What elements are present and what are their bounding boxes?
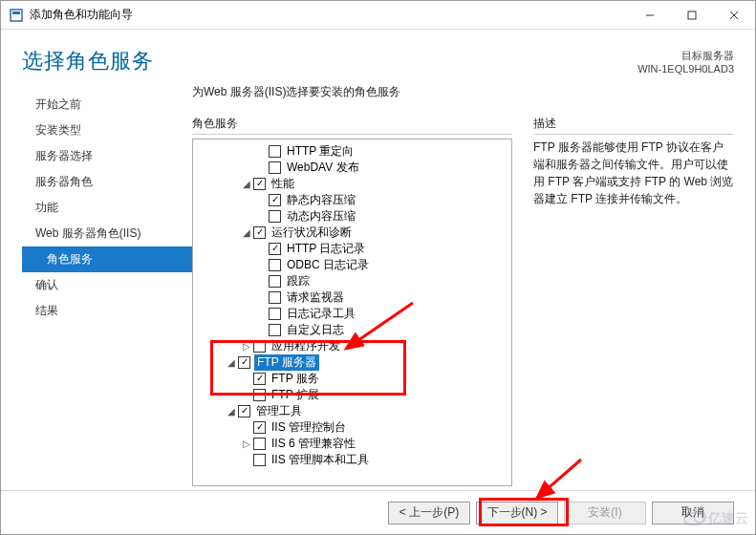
tree-node[interactable]: ·请求监视器: [195, 289, 509, 306]
checkbox[interactable]: [238, 356, 250, 369]
checkbox[interactable]: [269, 275, 281, 288]
tree-node-label[interactable]: FTP 服务: [270, 371, 321, 387]
tree-node-label[interactable]: HTTP 日志记录: [285, 241, 367, 257]
svg-rect-3: [688, 11, 696, 19]
tree-node-label[interactable]: 性能: [270, 176, 296, 192]
expander-open-icon[interactable]: ◢: [241, 227, 251, 238]
sidebar-step[interactable]: 确认: [22, 272, 192, 298]
expander-none: ·: [256, 211, 267, 222]
prev-button[interactable]: < 上一步(P): [388, 502, 470, 524]
tree-node-label[interactable]: 自定义日志: [285, 322, 346, 338]
tree-node-label[interactable]: 管理工具: [254, 403, 304, 419]
tree-node[interactable]: ◢管理工具: [195, 403, 509, 419]
roles-tree[interactable]: ·HTTP 重定向·WebDAV 发布◢性能·静态内容压缩·动态内容压缩◢运行状…: [192, 139, 512, 486]
sidebar-step[interactable]: 功能: [22, 195, 192, 221]
tree-node[interactable]: ·FTP 服务: [195, 371, 509, 387]
tree-node-label[interactable]: 请求监视器: [285, 289, 346, 306]
roles-label: 角色服务: [192, 116, 512, 135]
sidebar-step[interactable]: 服务器角色: [22, 169, 192, 195]
tree-node[interactable]: ·动态内容压缩: [195, 208, 509, 225]
expander-closed-icon[interactable]: ▷: [241, 341, 251, 352]
tree-node[interactable]: ◢性能: [195, 176, 509, 192]
tree-node[interactable]: ·跟踪: [195, 273, 509, 289]
expander-none: ·: [256, 325, 267, 335]
tree-node-label[interactable]: FTP 服务器: [254, 354, 319, 371]
tree-node[interactable]: ·WebDAV 发布: [195, 160, 509, 176]
checkbox[interactable]: [269, 324, 281, 336]
tree-node[interactable]: ·FTP 扩展: [195, 387, 509, 403]
tree-node[interactable]: ·HTTP 重定向: [195, 143, 509, 160]
checkbox[interactable]: [269, 161, 281, 174]
checkbox[interactable]: [269, 259, 281, 271]
tree-node-label[interactable]: 动态内容压缩: [285, 208, 357, 225]
tree-node-label[interactable]: 日志记录工具: [285, 306, 357, 322]
checkbox[interactable]: [238, 405, 250, 417]
checkbox[interactable]: [269, 210, 281, 223]
sidebar-step[interactable]: 开始之前: [22, 92, 192, 118]
checkbox[interactable]: [253, 438, 266, 450]
checkbox[interactable]: [269, 291, 281, 304]
minimize-button[interactable]: [629, 1, 671, 30]
checkbox[interactable]: [269, 145, 281, 158]
tree-node[interactable]: ·静态内容压缩: [195, 192, 509, 208]
sidebar-step[interactable]: 安装类型: [22, 118, 192, 143]
expander-open-icon[interactable]: ◢: [226, 357, 236, 368]
tree-node-label[interactable]: WebDAV 发布: [285, 160, 361, 176]
checkbox[interactable]: [269, 308, 281, 320]
expander-none: ·: [256, 195, 267, 205]
next-button[interactable]: 下一步(N) >: [476, 502, 558, 524]
expander-open-icon[interactable]: ◢: [226, 406, 236, 417]
tree-node[interactable]: ·自定义日志: [195, 322, 509, 338]
tree-node-label[interactable]: IIS 6 管理兼容性: [270, 436, 357, 452]
tree-node[interactable]: ▷应用程序开发: [195, 338, 509, 354]
checkbox[interactable]: [269, 194, 281, 206]
header: 选择角色服务 目标服务器 WIN-1EQL9H0LAD3: [1, 30, 755, 82]
description-column: 描述 FTP 服务器能够使用 FTP 协议在客户端和服务器之间传输文件。用户可以…: [533, 116, 734, 486]
tree-node-label[interactable]: IIS 管理脚本和工具: [270, 452, 371, 468]
checkbox[interactable]: [253, 373, 266, 385]
sidebar-step[interactable]: 结果: [22, 298, 192, 324]
svg-rect-0: [11, 10, 22, 21]
checkbox[interactable]: [253, 226, 266, 239]
tree-node[interactable]: ·IIS 管理脚本和工具: [195, 452, 509, 468]
checkbox[interactable]: [253, 178, 266, 190]
expander-none: ·: [256, 292, 267, 303]
tree-node-label[interactable]: 运行状况和诊断: [270, 225, 354, 241]
tree-node-label[interactable]: ODBC 日志记录: [285, 257, 371, 273]
close-button[interactable]: [713, 1, 755, 30]
expander-none: ·: [256, 146, 267, 157]
tree-node-label[interactable]: FTP 扩展: [270, 387, 321, 403]
tree-node[interactable]: ·HTTP 日志记录: [195, 241, 509, 257]
tree-node-label[interactable]: IIS 管理控制台: [270, 419, 348, 436]
tree-node-label[interactable]: 跟踪: [285, 273, 312, 289]
tree-node-label[interactable]: 静态内容压缩: [285, 192, 357, 208]
content-heading: 为Web 服务器(IIS)选择要安装的角色服务: [192, 84, 734, 100]
watermark-icon: [683, 512, 704, 525]
tree-node[interactable]: ·ODBC 日志记录: [195, 257, 509, 273]
tree-node[interactable]: ◢FTP 服务器: [195, 354, 509, 371]
target-server-name: WIN-1EQL9H0LAD3: [637, 62, 734, 75]
wizard-window: 添加角色和功能向导 选择角色服务 目标服务器 WIN-1EQL9H0LAD3 开…: [0, 0, 756, 535]
sidebar-step[interactable]: 服务器选择: [22, 143, 192, 169]
tree-node[interactable]: ▷IIS 6 管理兼容性: [195, 436, 509, 452]
checkbox[interactable]: [253, 421, 266, 434]
window-title: 添加角色和功能向导: [30, 7, 133, 23]
footer: < 上一步(P) 下一步(N) > 安装(I) 取消: [1, 490, 755, 534]
expander-open-icon[interactable]: ◢: [241, 179, 251, 189]
tree-node-label[interactable]: HTTP 重定向: [285, 143, 356, 160]
checkbox[interactable]: [269, 243, 281, 255]
svg-rect-1: [12, 11, 20, 14]
tree-node[interactable]: ·日志记录工具: [195, 306, 509, 322]
tree-node[interactable]: ·IIS 管理控制台: [195, 419, 509, 436]
sidebar-step[interactable]: 角色服务: [22, 246, 192, 272]
two-column: 角色服务 ·HTTP 重定向·WebDAV 发布◢性能·静态内容压缩·动态内容压…: [192, 116, 734, 486]
sidebar-step[interactable]: Web 服务器角色(IIS): [22, 221, 192, 246]
checkbox[interactable]: [253, 340, 266, 353]
tree-node[interactable]: ◢运行状况和诊断: [195, 225, 509, 241]
maximize-button[interactable]: [671, 1, 713, 30]
expander-closed-icon[interactable]: ▷: [241, 439, 251, 449]
checkbox[interactable]: [253, 389, 266, 401]
checkbox[interactable]: [253, 454, 266, 466]
tree-node-label[interactable]: 应用程序开发: [270, 338, 342, 354]
install-button[interactable]: 安装(I): [564, 502, 646, 524]
